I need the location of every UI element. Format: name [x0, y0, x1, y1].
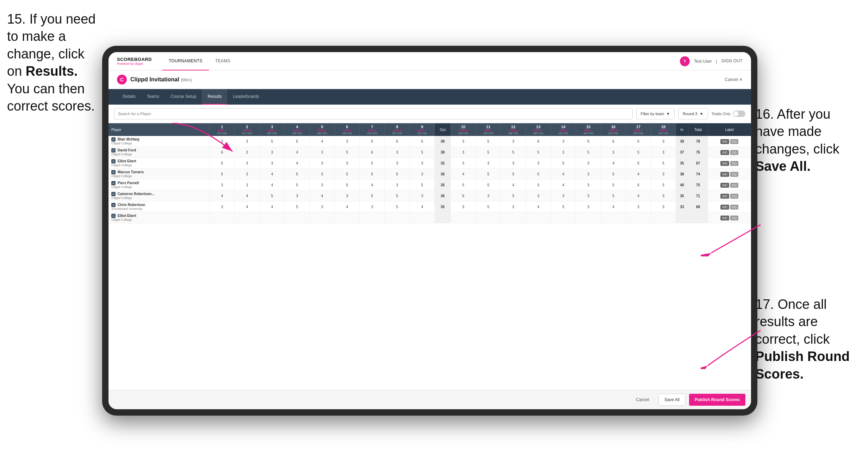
cancel-footer-button[interactable]: Cancel — [630, 394, 655, 406]
hole-9-score[interactable] — [410, 212, 435, 223]
hole-15-score[interactable]: 5 — [576, 136, 601, 147]
hole-16-score[interactable]: 5 — [601, 180, 626, 191]
dq-button[interactable]: DQ — [730, 216, 739, 220]
hole-8-score[interactable]: 3 — [385, 147, 410, 158]
hole-1-score[interactable] — [210, 212, 235, 223]
hole-2-score[interactable]: 3 — [235, 169, 260, 180]
hole-1-score[interactable]: 4 — [210, 191, 235, 201]
hole-17-score[interactable]: 5 — [626, 147, 651, 158]
hole-4-score[interactable]: 5 — [285, 169, 310, 180]
hole-14-score[interactable]: 3 — [551, 147, 576, 158]
hole-7-score[interactable] — [360, 212, 385, 223]
hole-9-score[interactable]: 3 — [410, 158, 435, 169]
hole-5-score[interactable]: 3 — [310, 147, 335, 158]
hole-5-score[interactable]: 3 — [310, 158, 335, 169]
hole-3-score[interactable]: 5 — [260, 136, 285, 147]
hole-11-score[interactable]: 5 — [476, 147, 501, 158]
dq-button[interactable]: DQ — [730, 172, 739, 177]
hole-11-score[interactable]: 5 — [476, 136, 501, 147]
sign-out-link[interactable]: Sign out — [721, 58, 743, 64]
hole-16-score[interactable]: 4 — [601, 201, 626, 212]
hole-7-score[interactable]: 3 — [360, 201, 385, 212]
hole-12-score[interactable]: 3 — [501, 136, 526, 147]
hole-8-score[interactable]: 5 — [385, 169, 410, 180]
hole-15-score[interactable]: 3 — [576, 158, 601, 169]
wd-button[interactable]: WD — [720, 205, 729, 210]
hole-8-score[interactable] — [385, 212, 410, 223]
hole-4-score[interactable]: 5 — [285, 136, 310, 147]
hole-13-score[interactable] — [526, 212, 551, 223]
hole-18-score[interactable]: 3 — [651, 147, 676, 158]
hole-13-score[interactable]: 3 — [526, 158, 551, 169]
hole-14-score[interactable]: 5 — [551, 201, 576, 212]
publish-round-scores-button[interactable]: Publish Round Scores — [689, 394, 745, 406]
tab-results[interactable]: Results — [202, 89, 227, 105]
save-all-button[interactable]: Save All — [658, 394, 686, 406]
hole-14-score[interactable]: 3 — [551, 191, 576, 201]
hole-7-score[interactable]: 5 — [360, 136, 385, 147]
hole-18-score[interactable]: 5 — [651, 158, 676, 169]
hole-3-score[interactable]: 4 — [260, 180, 285, 191]
wd-button[interactable]: WD — [720, 150, 729, 155]
hole-15-score[interactable] — [576, 212, 601, 223]
wd-button[interactable]: WD — [720, 216, 729, 220]
hole-12-score[interactable]: 5 — [501, 191, 526, 201]
hole-11-score[interactable]: 5 — [476, 169, 501, 180]
hole-1-score[interactable]: 5 — [210, 169, 235, 180]
hole-14-score[interactable]: 3 — [551, 136, 576, 147]
hole-16-score[interactable]: 5 — [601, 169, 626, 180]
hole-14-score[interactable]: 5 — [551, 158, 576, 169]
tab-details[interactable]: Details — [117, 89, 141, 105]
tab-teams[interactable]: Teams — [141, 89, 165, 105]
hole-13-score[interactable]: 6 — [526, 136, 551, 147]
hole-8-score[interactable]: 5 — [385, 201, 410, 212]
hole-5-score[interactable]: 3 — [310, 180, 335, 191]
hole-8-score[interactable]: 6 — [385, 136, 410, 147]
hole-5-score[interactable]: 3 — [310, 201, 335, 212]
hole-7-score[interactable]: 5 — [360, 191, 385, 201]
search-input[interactable] — [114, 108, 633, 119]
hole-11-score[interactable] — [476, 212, 501, 223]
hole-7-score[interactable]: 5 — [360, 158, 385, 169]
hole-2-score[interactable]: 4 — [235, 191, 260, 201]
dq-button[interactable]: DQ — [730, 194, 739, 199]
dq-button[interactable]: DQ — [730, 139, 739, 144]
hole-4-score[interactable]: 5 — [285, 201, 310, 212]
hole-15-score[interactable]: 3 — [576, 201, 601, 212]
hole-6-score[interactable]: 3 — [335, 136, 360, 147]
hole-14-score[interactable]: 4 — [551, 180, 576, 191]
hole-2-score[interactable]: 3 — [235, 180, 260, 191]
hole-10-score[interactable]: 4 — [451, 169, 476, 180]
hole-16-score[interactable]: 5 — [601, 191, 626, 201]
hole-12-score[interactable] — [501, 212, 526, 223]
hole-17-score[interactable]: 6 — [626, 180, 651, 191]
hole-18-score[interactable]: 3 — [651, 136, 676, 147]
hole-18-score[interactable]: 3 — [651, 169, 676, 180]
wd-button[interactable]: WD — [720, 194, 729, 199]
hole-3-score[interactable]: 4 — [260, 169, 285, 180]
wd-button[interactable]: WD — [720, 172, 729, 177]
hole-13-score[interactable]: 4 — [526, 201, 551, 212]
hole-9-score[interactable]: 3 — [410, 191, 435, 201]
hole-9-score[interactable]: 4 — [410, 201, 435, 212]
hole-10-score[interactable]: 5 — [451, 180, 476, 191]
hole-6-score[interactable]: 5 — [335, 169, 360, 180]
hole-9-score[interactable]: 5 — [410, 180, 435, 191]
hole-1-score[interactable]: 3 — [210, 201, 235, 212]
hole-4-score[interactable]: 4 — [285, 158, 310, 169]
hole-17-score[interactable]: 4 — [626, 191, 651, 201]
hole-17-score[interactable]: 6 — [626, 158, 651, 169]
hole-15-score[interactable]: 3 — [576, 180, 601, 191]
hole-15-score[interactable]: 3 — [576, 191, 601, 201]
hole-12-score[interactable]: 5 — [501, 147, 526, 158]
hole-18-score[interactable]: 3 — [651, 201, 676, 212]
hole-18-score[interactable] — [651, 212, 676, 223]
hole-5-score[interactable]: 3 — [310, 169, 335, 180]
wd-button[interactable]: WD — [720, 139, 729, 144]
hole-10-score[interactable]: 3 — [451, 158, 476, 169]
hole-2-score[interactable]: 4 — [235, 201, 260, 212]
hole-6-score[interactable]: 3 — [335, 191, 360, 201]
hole-12-score[interactable]: 3 — [501, 201, 526, 212]
hole-16-score[interactable] — [601, 212, 626, 223]
hole-1-score[interactable]: 5 — [210, 158, 235, 169]
